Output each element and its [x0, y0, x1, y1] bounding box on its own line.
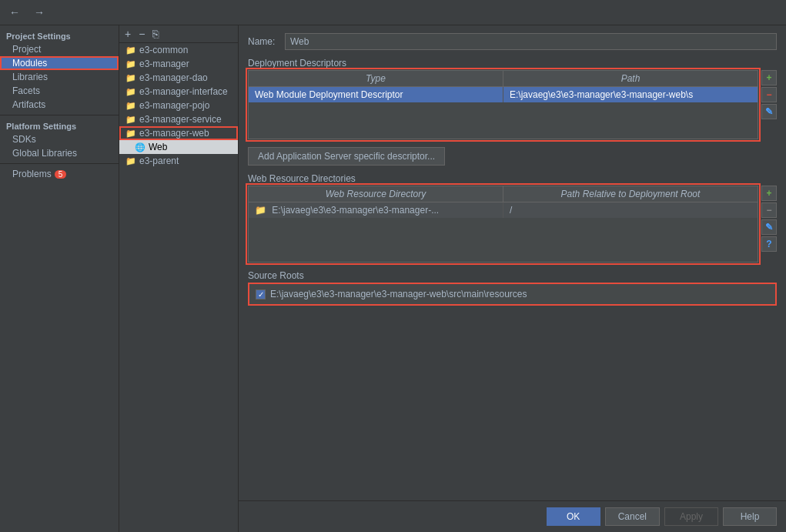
sidebar-item-sdks[interactable]: SDKs: [0, 132, 119, 146]
dd-edit-button[interactable]: ✎: [761, 104, 777, 119]
dd-remove-button[interactable]: −: [761, 87, 777, 102]
back-button[interactable]: ←: [6, 5, 23, 20]
folder-icon: 📁: [125, 129, 136, 139]
dd-add-button[interactable]: +: [761, 70, 777, 85]
tree-item-e3-manager-interface[interactable]: 📁 e3-manager-interface: [119, 85, 238, 99]
source-roots-title: Source Roots: [248, 270, 777, 281]
source-root-checkbox[interactable]: [256, 289, 266, 299]
source-roots-container: E:\javaeg\e3\e3-manager\e3-manager-web\s…: [248, 283, 777, 306]
dd-table: Type Path Web Module Deployment Descript…: [248, 70, 758, 139]
dd-side-buttons: + − ✎: [761, 70, 777, 139]
folder-icon: 📁: [125, 73, 136, 83]
sidebar-item-global-libraries[interactable]: Global Libraries: [0, 146, 119, 160]
folder-icon: 📁: [125, 45, 136, 55]
dd-table-header: Type Path: [249, 71, 758, 87]
dialog-header: ← →: [0, 0, 786, 25]
deployment-descriptors-title: Deployment Descriptors: [248, 58, 777, 69]
tree-item-e3-common[interactable]: 📁 e3-common: [119, 43, 238, 57]
tree-item-e3-manager-pojo[interactable]: 📁 e3-manager-pojo: [119, 99, 238, 112]
sidebar-item-problems[interactable]: Problems 5: [0, 167, 119, 181]
apply-button[interactable]: Apply: [664, 507, 718, 526]
web-icon: 🌐: [135, 142, 145, 152]
ok-button[interactable]: OK: [547, 507, 600, 526]
add-module-button[interactable]: +: [122, 28, 133, 40]
folder-icon: 📁: [125, 101, 136, 111]
wr-table-header: Web Resource Directory Path Relative to …: [249, 186, 758, 202]
sidebar-divider-2: [0, 163, 119, 164]
web-resource-section: Web Resource Directories Web Resource Di…: [248, 173, 777, 263]
cancel-button[interactable]: Cancel: [605, 507, 660, 526]
dd-col-path: Path: [503, 71, 758, 86]
add-descriptor-button[interactable]: Add Application Server specific descript…: [248, 147, 445, 166]
forward-button[interactable]: →: [31, 5, 48, 20]
name-field-row: Name:: [248, 33, 777, 50]
wr-table-container: Web Resource Directory Path Relative to …: [248, 186, 758, 263]
main-panel: Name: Deployment Descriptors Type Path: [239, 25, 786, 532]
tree-item-e3-manager-service[interactable]: 📁 e3-manager-service: [119, 112, 238, 126]
wr-add-button[interactable]: +: [761, 186, 777, 201]
add-descriptor-row: Add Application Server specific descript…: [248, 147, 777, 166]
sidebar-item-project[interactable]: Project: [0, 42, 119, 56]
folder-icon: 📁: [125, 87, 136, 97]
dd-cell-path: E:\javaeg\e3\e3-manager\e3-manager-web\s: [503, 87, 758, 102]
copy-module-button[interactable]: ⎘: [150, 28, 161, 40]
problems-badge: 5: [55, 170, 67, 179]
tree-item-e3-parent[interactable]: 📁 e3-parent: [119, 154, 238, 168]
dialog-content: Project Settings Project Modules Librari…: [0, 25, 786, 532]
sidebar-item-artifacts[interactable]: Artifacts: [0, 98, 119, 112]
dd-table-wrapper: Type Path Web Module Deployment Descript…: [248, 70, 777, 139]
tree-item-web[interactable]: 🌐 Web: [119, 140, 238, 154]
sidebar-item-libraries[interactable]: Libraries: [0, 70, 119, 84]
sidebar-item-facets[interactable]: Facets: [0, 84, 119, 98]
deployment-descriptors-section: Deployment Descriptors Type Path Web Mod…: [248, 58, 777, 139]
dd-table-container: Type Path Web Module Deployment Descript…: [248, 70, 758, 139]
dialog-footer: OK Cancel Apply Help: [239, 500, 786, 532]
project-settings-dialog: ← → Project Settings Project Modules Lib…: [0, 0, 786, 532]
wr-edit-button[interactable]: ✎: [761, 219, 777, 235]
wr-remove-button[interactable]: −: [761, 202, 777, 218]
dd-cell-type: Web Module Deployment Descriptor: [249, 87, 503, 102]
tree-item-e3-manager-web[interactable]: 📁 e3-manager-web: [119, 126, 238, 140]
platform-settings-title: Platform Settings: [0, 119, 119, 132]
wr-col-path: Path Relative to Deployment Root: [503, 186, 758, 202]
dd-col-type: Type: [249, 71, 503, 86]
tree-toolbar: + − ⎘: [119, 25, 238, 43]
wr-cell-directory: 📁 E:\javaeg\e3\e3-manager\e3-manager-...: [249, 202, 503, 218]
module-tree: + − ⎘ 📁 e3-common 📁 e3-manager 📁 e3-mana…: [119, 25, 239, 532]
help-button[interactable]: Help: [723, 507, 777, 526]
web-resource-title: Web Resource Directories: [248, 173, 777, 184]
source-roots-section: Source Roots E:\javaeg\e3\e3-manager\e3-…: [248, 270, 777, 306]
name-input[interactable]: [285, 33, 777, 50]
source-root-path: E:\javaeg\e3\e3-manager\e3-manager-web\s…: [270, 289, 527, 299]
wr-table-row[interactable]: 📁 E:\javaeg\e3\e3-manager\e3-manager-...…: [249, 202, 758, 218]
sidebar-item-modules[interactable]: Modules: [0, 56, 119, 70]
wr-table-wrapper: Web Resource Directory Path Relative to …: [248, 186, 777, 263]
folder-icon: 📁: [125, 115, 136, 125]
wr-help-button[interactable]: ?: [761, 236, 777, 252]
dd-table-row[interactable]: Web Module Deployment Descriptor E:\java…: [249, 87, 758, 102]
remove-module-button[interactable]: −: [136, 28, 147, 40]
tree-item-e3-manager[interactable]: 📁 e3-manager: [119, 57, 238, 71]
main-content: Name: Deployment Descriptors Type Path: [239, 25, 786, 500]
wr-cell-path: /: [503, 202, 758, 218]
sidebar-divider: [0, 115, 119, 115]
wr-col-directory: Web Resource Directory: [249, 186, 503, 202]
folder-icon: 📁: [125, 156, 136, 166]
tree-item-e3-manager-dao[interactable]: 📁 e3-manager-dao: [119, 71, 238, 85]
wr-table: Web Resource Directory Path Relative to …: [248, 186, 758, 263]
wr-side-buttons: + − ✎ ?: [761, 186, 777, 263]
name-label: Name:: [248, 36, 279, 47]
source-root-item: E:\javaeg\e3\e3-manager\e3-manager-web\s…: [253, 287, 772, 301]
wr-dir-icon: 📁: [255, 205, 266, 216]
project-settings-section-title: Project Settings: [0, 28, 119, 42]
sidebar: Project Settings Project Modules Librari…: [0, 25, 119, 532]
folder-icon: 📁: [125, 59, 136, 69]
